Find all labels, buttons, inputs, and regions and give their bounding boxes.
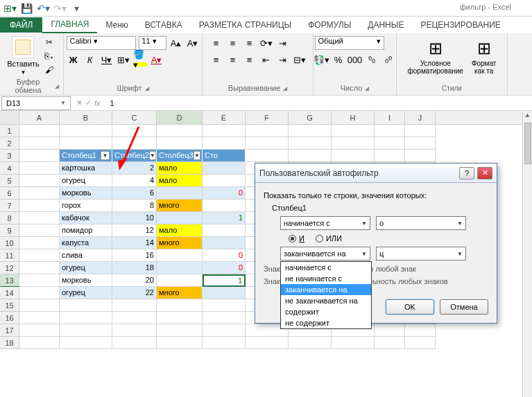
row-header[interactable]: 15: [0, 299, 19, 312]
cell[interactable]: [19, 324, 60, 337]
row-header[interactable]: 16: [0, 312, 19, 324]
col-header-E[interactable]: E: [203, 111, 246, 124]
orientation-icon[interactable]: ⟳▾: [259, 36, 273, 50]
paste-button[interactable]: Вставить ▼: [7, 36, 40, 76]
cell[interactable]: [19, 299, 60, 312]
cell[interactable]: [405, 337, 436, 349]
row-header[interactable]: 5: [0, 175, 19, 187]
col-header-A[interactable]: A: [19, 111, 60, 124]
cell[interactable]: 1: [203, 212, 246, 224]
col-header-F[interactable]: F: [246, 111, 289, 124]
row-header[interactable]: 10: [0, 237, 19, 249]
increase-decimal-icon[interactable]: ⁰₀: [365, 53, 379, 67]
cell[interactable]: [19, 224, 60, 237]
cell[interactable]: [203, 287, 246, 299]
cell[interactable]: [19, 274, 60, 287]
cell[interactable]: 2: [112, 162, 157, 175]
cell[interactable]: [203, 175, 246, 187]
cell[interactable]: [157, 137, 203, 150]
cell[interactable]: [19, 162, 60, 175]
tab-menu[interactable]: Меню: [97, 17, 136, 33]
cell[interactable]: [112, 299, 157, 312]
merge-icon[interactable]: ⊟▾: [293, 53, 307, 67]
cell[interactable]: [246, 125, 289, 137]
row-header[interactable]: 8: [0, 212, 19, 224]
row-header[interactable]: 11: [0, 249, 19, 262]
save-icon[interactable]: 💾: [21, 3, 32, 14]
radio-or[interactable]: ИЛИ: [316, 234, 342, 242]
increase-font-icon[interactable]: A▴: [169, 36, 183, 50]
cut-icon[interactable]: ✂: [42, 36, 56, 48]
dialog-close-button[interactable]: ✕: [477, 167, 492, 179]
cell[interactable]: [19, 262, 60, 274]
cell[interactable]: [375, 337, 405, 349]
font-color-button[interactable]: А▾: [150, 53, 164, 67]
cell[interactable]: [405, 150, 436, 162]
filter-button[interactable]: ▼: [149, 151, 156, 160]
col-header-D[interactable]: D: [157, 111, 203, 124]
cell[interactable]: [405, 137, 436, 150]
fx-icon[interactable]: fx: [94, 99, 101, 107]
cell[interactable]: [157, 187, 203, 200]
cell[interactable]: [19, 125, 60, 137]
cell[interactable]: [112, 137, 157, 150]
cell[interactable]: много: [157, 200, 203, 212]
cell[interactable]: [203, 137, 246, 150]
cell[interactable]: морковь: [60, 274, 112, 287]
cell[interactable]: [157, 249, 203, 262]
select-all-corner[interactable]: [0, 111, 19, 124]
align-center-icon[interactable]: ≡: [226, 53, 240, 67]
row-header[interactable]: 2: [0, 137, 19, 150]
cell[interactable]: 12: [112, 224, 157, 237]
cell[interactable]: 10: [112, 212, 157, 224]
cell[interactable]: кабачок: [60, 212, 112, 224]
tab-file[interactable]: ФАЙЛ: [0, 17, 42, 33]
dropdown-option[interactable]: не начинается с: [281, 273, 371, 284]
accept-formula-icon[interactable]: ✓: [85, 98, 92, 107]
decrease-font-icon[interactable]: A▾: [186, 36, 200, 50]
cell[interactable]: 0: [203, 262, 246, 274]
cell[interactable]: [375, 125, 405, 137]
tab-data[interactable]: ДАННЫЕ: [359, 17, 412, 33]
cell[interactable]: огурец: [60, 287, 112, 299]
dropdown-option[interactable]: не содержит: [281, 317, 371, 328]
cell[interactable]: горох: [60, 200, 112, 212]
row-header[interactable]: 18: [0, 337, 19, 349]
value2-combo[interactable]: ц▼: [376, 247, 466, 261]
col-header-H[interactable]: H: [332, 111, 375, 124]
cell[interactable]: [157, 337, 203, 349]
condition2-combo[interactable]: заканчивается на▼ начинается сне начинае…: [280, 247, 370, 261]
row-header[interactable]: 9: [0, 224, 19, 237]
cell[interactable]: [405, 324, 436, 337]
cell[interactable]: [203, 125, 246, 137]
wrap-text-icon[interactable]: ⇥: [276, 36, 290, 50]
cell[interactable]: [157, 324, 203, 337]
cell[interactable]: 8: [112, 200, 157, 212]
cell[interactable]: [19, 200, 60, 212]
cell[interactable]: мало: [157, 162, 203, 175]
row-header[interactable]: 4: [0, 162, 19, 175]
dropdown-option[interactable]: начинается с: [281, 262, 371, 273]
cell[interactable]: [332, 137, 375, 150]
align-left-icon[interactable]: ≡: [209, 53, 223, 67]
cell[interactable]: много: [157, 287, 203, 299]
excel-icon[interactable]: ⊞▾: [4, 3, 15, 14]
conditional-formatting-button[interactable]: ⊞ Условное форматирование: [405, 36, 466, 76]
cell[interactable]: 4: [112, 175, 157, 187]
cell[interactable]: [19, 187, 60, 200]
cell[interactable]: [375, 324, 405, 337]
cell[interactable]: [60, 299, 112, 312]
align-bottom-icon[interactable]: ≡: [243, 36, 257, 50]
row-header[interactable]: 6: [0, 187, 19, 200]
cell[interactable]: [60, 337, 112, 349]
cell[interactable]: [60, 312, 112, 324]
cell[interactable]: [19, 237, 60, 249]
cancel-formula-icon[interactable]: ✕: [76, 98, 83, 107]
indent-dec-icon[interactable]: ⇤: [259, 53, 273, 67]
font-name-select[interactable]: Calibri ▾: [67, 36, 136, 50]
cell[interactable]: [19, 249, 60, 262]
indent-inc-icon[interactable]: ⇥: [276, 53, 290, 67]
dropdown-option[interactable]: заканчивается на: [281, 284, 371, 295]
cell[interactable]: [60, 324, 112, 337]
undo-icon[interactable]: ↶▾: [37, 3, 49, 14]
